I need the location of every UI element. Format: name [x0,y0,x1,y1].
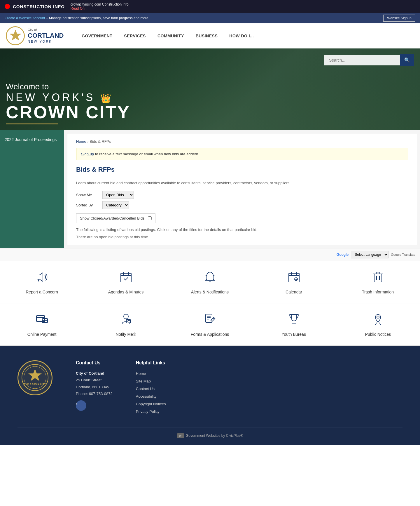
quick-link-report[interactable]: Report a Concern [0,261,84,303]
footer-contact-details: City of Cortland 25 Court Street Cortlan… [76,370,113,397]
construction-message: crowncityrising.com Construction Info Re… [71,2,129,11]
footer-contact: Contact Us City of Cortland 25 Court Str… [76,360,113,415]
sorted-by-label: Sorted By [76,203,99,207]
construction-indicator [5,4,10,9]
footer-link-privacy[interactable]: Privacy Policy [136,408,166,415]
svg-marker-0 [10,30,21,40]
svg-text:CP: CP [179,434,182,437]
youth-label: Youth Bureau [281,332,306,337]
svg-text:THE CROWN CITY: THE CROWN CITY [24,383,46,385]
top-bar: CONSTRUCTION INFO crowncityrising.com Co… [0,0,420,13]
sorted-by-row: Sorted By Category Date Title [76,201,408,209]
footer-logo: THE CROWN CITY [18,360,52,395]
read-on-link[interactable]: Read On... [71,6,88,11]
alerts-label: Alerts & Notifications [191,290,229,294]
main-nav: GOVERNMENT SERVICES COMMUNITY BUSINESS H… [82,34,254,38]
footer-link-contact[interactable]: Contact Us [136,385,166,393]
svg-rect-9 [289,273,299,282]
show-me-select[interactable]: Open Bids Closed Bids All Bids [102,191,134,199]
footer-phone: Phone: 607-753-0872 [76,392,113,396]
svg-point-13 [295,278,298,281]
svg-rect-2 [121,273,131,282]
hero-text: Welcome to NEW YORK'S 👑 CROWN CITY [6,82,130,124]
svg-marker-41 [28,369,42,381]
footer-helpful-links: Helpful Links Home Site Map Contact Us A… [136,360,166,415]
closed-bids-checkbox[interactable] [148,216,152,220]
pin-icon [371,312,385,328]
search-input[interactable] [324,55,400,65]
sign-up-link[interactable]: Sign up [81,152,94,156]
search-box: 🔍 [324,54,414,66]
quick-link-youth[interactable]: Youth Bureau [252,303,336,346]
construction-site: crowncityrising.com Construction Info [71,2,129,6]
logo-area: City of CORTLAND NEW YORK [6,26,64,45]
alert-text: to receive a text message or email when … [95,152,198,156]
create-account-link[interactable]: Create a Website Account [5,16,45,20]
quick-link-trash[interactable]: Trash Information [336,261,420,303]
quick-link-calendar[interactable]: Calendar [252,261,336,303]
svg-rect-29 [206,314,212,322]
logo-new-york: NEW YORK [28,40,64,44]
quick-link-public-notices[interactable]: Public Notices [336,303,420,346]
hero-welcome: Welcome to [6,82,130,91]
footer-link-sitemap[interactable]: Site Map [136,378,166,385]
nav-government[interactable]: GOVERNMENT [82,34,112,38]
sorted-by-select[interactable]: Category Date Title [102,201,129,209]
footer-link-copyright[interactable]: Copyright Notices [136,400,166,408]
search-button[interactable]: 🔍 [400,54,414,66]
quick-link-notify[interactable]: Notify Me® [84,303,168,346]
notify-icon [119,312,133,328]
nav-how-do-i[interactable]: HOW DO I... [229,34,254,38]
quick-links-grid: Report a Concern Agendas & Minutes [0,261,420,346]
facebook-link[interactable]: f [76,400,86,411]
footer-helpful-title: Helpful Links [136,360,166,366]
footer-city-name: City of Cortland [76,371,104,375]
closed-bids-label: Show Closed/Awarded/Cancelled Bids: [80,216,146,220]
quick-link-agendas[interactable]: Agendas & Minutes [84,261,168,303]
footer-address2: Cortland, NY 13045 [76,385,109,389]
footer-contact-title: Contact Us [76,360,113,366]
show-me-row: Show Me Open Bids Closed Bids All Bids [76,191,408,199]
sidebar-item-proceedings[interactable]: 2022 Journal of Proceedings [5,135,60,144]
show-me-label: Show Me [76,193,99,197]
hero-new-yorks: NEW YORK'S 👑 [6,91,130,104]
sign-in-button[interactable]: Website Sign In [383,15,415,22]
language-select[interactable]: Select Language [351,251,388,258]
agendas-label: Agendas & Minutes [108,290,144,294]
main-wrapper: 2022 Journal of Proceedings Home › Bids … [0,130,420,248]
quick-link-alerts[interactable]: Alerts & Notifications [168,261,252,303]
forms-label: Forms & Applications [191,332,229,337]
site-footer: THE CROWN CITY Contact Us City of Cortla… [0,346,420,445]
logo-cortland: CORTLAND [28,32,64,39]
svg-rect-16 [376,272,380,274]
footer-link-accessibility[interactable]: Accessibility [136,393,166,400]
payment-icon [35,312,49,328]
calendar-icon [287,270,301,286]
civicplus-icon-svg: CP [177,433,184,438]
footer-link-home[interactable]: Home [136,370,166,378]
nav-business[interactable]: BUSINESS [196,34,218,38]
logo-circle [6,26,25,45]
trash-label: Trash Information [362,290,394,294]
quick-link-payment[interactable]: Online Payment [0,303,84,346]
quick-link-forms[interactable]: Forms & Applications [168,303,252,346]
trophy-icon [287,312,301,328]
footer-logo-text: THE CROWN CITY [20,363,50,393]
hero-gold-line [6,124,58,124]
crown-icon: 👑 [100,93,113,103]
breadcrumb-home[interactable]: Home [76,139,86,144]
closed-bids-row: Show Closed/Awarded/Cancelled Bids: [76,213,155,223]
notification-text: Create a Website Account – Manage notifi… [5,16,149,20]
notify-label: Notify Me® [116,332,136,337]
nav-services[interactable]: SERVICES [124,34,146,38]
hero-crown-city: CROWN CITY [6,104,130,121]
calendar-label: Calendar [286,290,302,294]
construction-title: CONSTRUCTION INFO [13,4,65,9]
svg-point-38 [377,316,379,318]
civicplus-icon: CP [177,433,184,438]
main-content: Home › Bids & RFPs Sign up to receive a … [67,133,417,245]
public-notices-label: Public Notices [365,332,391,337]
nav-community[interactable]: COMMUNITY [158,34,184,38]
no-bids-message: There are no open bid postings at this t… [76,235,408,239]
hero-section: Welcome to NEW YORK'S 👑 CROWN CITY 🔍 [0,48,420,130]
